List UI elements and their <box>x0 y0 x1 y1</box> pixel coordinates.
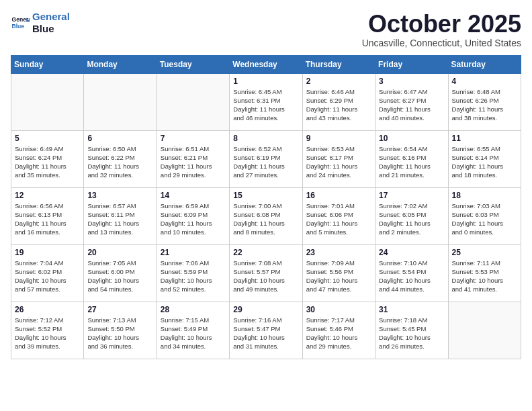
day-info: Sunrise: 7:15 AM Sunset: 5:49 PM Dayligh… <box>161 316 226 351</box>
calendar-cell: 13Sunrise: 6:57 AM Sunset: 6:11 PM Dayli… <box>84 187 157 244</box>
day-number: 8 <box>233 134 298 143</box>
day-info: Sunrise: 7:05 AM Sunset: 6:00 PM Dayligh… <box>87 259 152 294</box>
calendar-cell: 29Sunrise: 7:16 AM Sunset: 5:47 PM Dayli… <box>230 302 302 359</box>
day-info: Sunrise: 6:50 AM Sunset: 6:22 PM Dayligh… <box>87 144 152 180</box>
calendar-cell: 9Sunrise: 6:53 AM Sunset: 6:17 PM Daylig… <box>302 130 375 187</box>
day-info: Sunrise: 6:48 AM Sunset: 6:26 PM Dayligh… <box>452 87 517 123</box>
day-info: Sunrise: 7:09 AM Sunset: 5:56 PM Dayligh… <box>306 259 371 294</box>
day-info: Sunrise: 6:51 AM Sunset: 6:21 PM Dayligh… <box>161 144 226 180</box>
day-info: Sunrise: 7:16 AM Sunset: 5:47 PM Dayligh… <box>233 316 298 351</box>
calendar-header: SundayMondayTuesdayWednesdayThursdayFrid… <box>11 55 521 73</box>
header-sunday: Sunday <box>11 55 84 73</box>
day-info: Sunrise: 7:13 AM Sunset: 5:50 PM Dayligh… <box>87 316 152 351</box>
week-row-2: 5Sunrise: 6:49 AM Sunset: 6:24 PM Daylig… <box>11 130 521 187</box>
day-info: Sunrise: 6:52 AM Sunset: 6:19 PM Dayligh… <box>233 144 298 180</box>
calendar-cell: 24Sunrise: 7:10 AM Sunset: 5:54 PM Dayli… <box>375 244 448 302</box>
header-monday: Monday <box>84 55 157 73</box>
day-info: Sunrise: 7:10 AM Sunset: 5:54 PM Dayligh… <box>379 259 444 294</box>
day-info: Sunrise: 6:45 AM Sunset: 6:31 PM Dayligh… <box>233 87 298 123</box>
day-number: 18 <box>452 191 517 200</box>
day-info: Sunrise: 7:00 AM Sunset: 6:08 PM Dayligh… <box>233 201 298 237</box>
location-subtitle: Uncasville, Connecticut, United States <box>362 38 521 48</box>
header-row: SundayMondayTuesdayWednesdayThursdayFrid… <box>11 55 521 73</box>
day-number: 31 <box>379 305 444 314</box>
title-section: October 2025 Uncasville, Connecticut, Un… <box>362 11 521 48</box>
day-info: Sunrise: 7:04 AM Sunset: 6:02 PM Dayligh… <box>15 259 80 294</box>
day-number: 20 <box>87 248 152 257</box>
calendar-cell: 26Sunrise: 7:12 AM Sunset: 5:52 PM Dayli… <box>11 302 84 359</box>
day-number: 9 <box>306 134 371 143</box>
logo-text-line2: Blue <box>32 23 70 35</box>
logo-text-line1: General <box>32 11 70 23</box>
calendar-cell: 11Sunrise: 6:55 AM Sunset: 6:14 PM Dayli… <box>448 130 521 187</box>
header-thursday: Thursday <box>302 55 375 73</box>
day-number: 2 <box>306 77 371 86</box>
calendar-cell <box>11 73 84 130</box>
header-wednesday: Wednesday <box>230 55 302 73</box>
day-number: 1 <box>233 77 298 86</box>
week-row-3: 12Sunrise: 6:56 AM Sunset: 6:13 PM Dayli… <box>11 187 521 244</box>
calendar-cell: 1Sunrise: 6:45 AM Sunset: 6:31 PM Daylig… <box>230 73 302 130</box>
day-info: Sunrise: 6:49 AM Sunset: 6:24 PM Dayligh… <box>15 144 80 180</box>
day-number: 22 <box>233 248 298 257</box>
calendar-cell: 19Sunrise: 7:04 AM Sunset: 6:02 PM Dayli… <box>11 244 84 302</box>
calendar-cell: 10Sunrise: 6:54 AM Sunset: 6:16 PM Dayli… <box>375 130 448 187</box>
calendar-table: SundayMondayTuesdayWednesdayThursdayFrid… <box>11 55 521 359</box>
day-number: 26 <box>15 305 80 314</box>
day-info: Sunrise: 7:12 AM Sunset: 5:52 PM Dayligh… <box>15 316 80 351</box>
day-number: 28 <box>161 305 226 314</box>
calendar-cell: 4Sunrise: 6:48 AM Sunset: 6:26 PM Daylig… <box>448 73 521 130</box>
calendar-cell: 6Sunrise: 6:50 AM Sunset: 6:22 PM Daylig… <box>84 130 157 187</box>
day-info: Sunrise: 6:57 AM Sunset: 6:11 PM Dayligh… <box>87 201 152 237</box>
day-info: Sunrise: 6:56 AM Sunset: 6:13 PM Dayligh… <box>15 201 80 237</box>
calendar-cell: 18Sunrise: 7:03 AM Sunset: 6:03 PM Dayli… <box>448 187 521 244</box>
day-number: 11 <box>452 134 517 143</box>
header-saturday: Saturday <box>448 55 521 73</box>
calendar-cell: 21Sunrise: 7:06 AM Sunset: 5:59 PM Dayli… <box>157 244 229 302</box>
calendar-cell: 15Sunrise: 7:00 AM Sunset: 6:08 PM Dayli… <box>230 187 302 244</box>
day-info: Sunrise: 7:08 AM Sunset: 5:57 PM Dayligh… <box>233 259 298 294</box>
day-info: Sunrise: 7:17 AM Sunset: 5:46 PM Dayligh… <box>306 316 371 351</box>
week-row-4: 19Sunrise: 7:04 AM Sunset: 6:02 PM Dayli… <box>11 244 521 302</box>
day-info: Sunrise: 7:02 AM Sunset: 6:05 PM Dayligh… <box>379 201 444 237</box>
header-tuesday: Tuesday <box>157 55 229 73</box>
calendar-cell: 17Sunrise: 7:02 AM Sunset: 6:05 PM Dayli… <box>375 187 448 244</box>
calendar-cell: 20Sunrise: 7:05 AM Sunset: 6:00 PM Dayli… <box>84 244 157 302</box>
calendar-cell: 16Sunrise: 7:01 AM Sunset: 6:06 PM Dayli… <box>302 187 375 244</box>
day-number: 24 <box>379 248 444 257</box>
day-number: 14 <box>161 191 226 200</box>
day-number: 15 <box>233 191 298 200</box>
logo: General Blue General Blue <box>11 11 70 35</box>
svg-text:Blue: Blue <box>12 23 25 30</box>
day-number: 10 <box>379 134 444 143</box>
day-info: Sunrise: 6:47 AM Sunset: 6:27 PM Dayligh… <box>379 87 444 123</box>
logo-icon: General Blue <box>11 13 30 32</box>
day-number: 29 <box>233 305 298 314</box>
calendar-cell: 3Sunrise: 6:47 AM Sunset: 6:27 PM Daylig… <box>375 73 448 130</box>
header-friday: Friday <box>375 55 448 73</box>
day-number: 25 <box>452 248 517 257</box>
day-info: Sunrise: 7:18 AM Sunset: 5:45 PM Dayligh… <box>379 316 444 351</box>
day-info: Sunrise: 7:11 AM Sunset: 5:53 PM Dayligh… <box>452 259 517 294</box>
calendar-cell: 12Sunrise: 6:56 AM Sunset: 6:13 PM Dayli… <box>11 187 84 244</box>
day-number: 3 <box>379 77 444 86</box>
month-title: October 2025 <box>362 11 521 38</box>
calendar-cell <box>157 73 229 130</box>
calendar-cell <box>84 73 157 130</box>
day-number: 19 <box>15 248 80 257</box>
calendar-cell: 27Sunrise: 7:13 AM Sunset: 5:50 PM Dayli… <box>84 302 157 359</box>
calendar-cell: 5Sunrise: 6:49 AM Sunset: 6:24 PM Daylig… <box>11 130 84 187</box>
calendar-cell: 7Sunrise: 6:51 AM Sunset: 6:21 PM Daylig… <box>157 130 229 187</box>
calendar-body: 1Sunrise: 6:45 AM Sunset: 6:31 PM Daylig… <box>11 73 521 359</box>
day-number: 7 <box>161 134 226 143</box>
week-row-1: 1Sunrise: 6:45 AM Sunset: 6:31 PM Daylig… <box>11 73 521 130</box>
day-number: 30 <box>306 305 371 314</box>
day-number: 13 <box>87 191 152 200</box>
calendar-cell: 22Sunrise: 7:08 AM Sunset: 5:57 PM Dayli… <box>230 244 302 302</box>
calendar-cell: 28Sunrise: 7:15 AM Sunset: 5:49 PM Dayli… <box>157 302 229 359</box>
day-number: 23 <box>306 248 371 257</box>
calendar-cell <box>448 302 521 359</box>
week-row-5: 26Sunrise: 7:12 AM Sunset: 5:52 PM Dayli… <box>11 302 521 359</box>
calendar-cell: 31Sunrise: 7:18 AM Sunset: 5:45 PM Dayli… <box>375 302 448 359</box>
calendar-cell: 23Sunrise: 7:09 AM Sunset: 5:56 PM Dayli… <box>302 244 375 302</box>
